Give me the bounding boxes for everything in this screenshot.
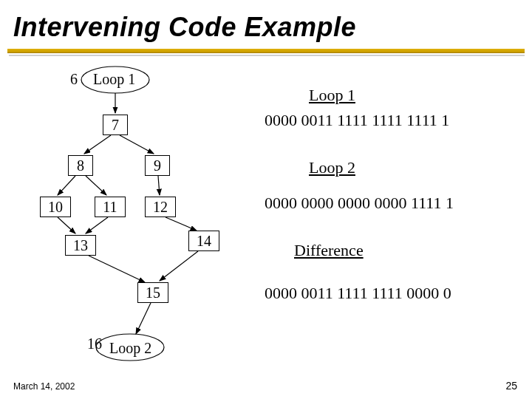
- svg-line-9: [86, 217, 108, 233]
- title-rule-shadow: [9, 55, 525, 56]
- node-7: 7: [103, 115, 128, 135]
- svg-line-12: [160, 251, 198, 281]
- svg-line-3: [84, 135, 111, 154]
- svg-line-8: [58, 217, 75, 233]
- node-15: 15: [137, 282, 168, 303]
- node-11: 11: [95, 197, 126, 217]
- page-number: 25: [505, 380, 517, 392]
- svg-line-7: [158, 176, 160, 195]
- node-13: 13: [65, 235, 96, 256]
- loop2-heading: Loop 2: [309, 158, 355, 177]
- slide-title: Intervening Code Example: [13, 12, 356, 43]
- loop1-bits: 0000 0011 1111 1111 1111 1: [265, 111, 449, 130]
- title-rule: [7, 49, 525, 53]
- svg-line-13: [136, 303, 151, 334]
- svg-line-6: [86, 176, 106, 195]
- node-14: 14: [188, 231, 219, 251]
- node-9: 9: [145, 155, 170, 176]
- node-12: 12: [145, 197, 176, 217]
- footer-date: March 14, 2002: [13, 381, 75, 392]
- loop1-heading: Loop 1: [309, 86, 355, 105]
- loop2-label: Loop 2: [109, 340, 151, 357]
- node-6-label: 6: [70, 71, 78, 88]
- node-10: 10: [40, 197, 71, 217]
- diff-heading: Difference: [294, 241, 364, 260]
- svg-line-11: [89, 256, 145, 282]
- loop2-bits: 0000 0000 0000 0000 1111 1: [265, 194, 454, 213]
- svg-line-4: [120, 135, 154, 154]
- svg-line-5: [58, 176, 75, 195]
- loop1-label: Loop 1: [93, 71, 135, 88]
- node-16-label: 16: [87, 335, 102, 352]
- diff-bits: 0000 0011 1111 1111 0000 0: [265, 284, 451, 303]
- svg-line-10: [166, 217, 197, 231]
- node-8: 8: [68, 155, 93, 176]
